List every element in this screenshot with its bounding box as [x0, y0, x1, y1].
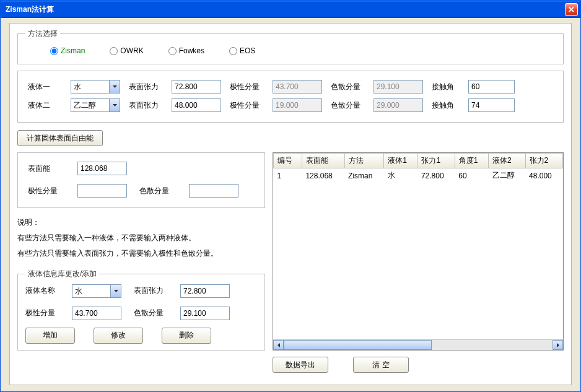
scroll-track[interactable]	[284, 340, 553, 350]
scroll-right-icon[interactable]	[553, 340, 563, 350]
radio-owrk[interactable]: OWRK	[110, 46, 143, 55]
results-table: 编号 表面能 方法 液体1 张力1 角度1 液体2 张力2	[273, 153, 563, 183]
content-area: 方法选择 Zisman OWRK Fowkes EOS	[9, 23, 572, 385]
calculate-button[interactable]: 计算固体表面自由能	[17, 130, 103, 146]
th-liq1[interactable]: 液体1	[384, 154, 417, 168]
lib-name-label: 液体名称	[25, 285, 59, 296]
svg-marker-0	[113, 85, 117, 88]
result-polar-label: 极性分量	[28, 186, 65, 196]
lib-polar-label: 极性分量	[25, 308, 59, 318]
polar2-label: 极性分量	[230, 100, 264, 111]
lib-name-combo[interactable]: 水	[72, 284, 121, 298]
lib-tension-label: 表面张力	[134, 285, 168, 296]
explain-line1: 有些方法只需要输入一种液体，不需要输入两种液体。	[17, 232, 265, 244]
disp1-label: 色散分量	[331, 82, 365, 92]
add-button[interactable]: 增加	[25, 328, 75, 344]
liquid1-combo[interactable]: 水	[71, 80, 120, 94]
scroll-left-icon[interactable]	[273, 340, 284, 350]
results-table-container[interactable]: 编号 表面能 方法 液体1 张力1 角度1 液体2 张力2	[273, 152, 564, 351]
method-legend: 方法选择	[25, 28, 60, 39]
chevron-down-icon[interactable]	[110, 285, 121, 297]
scroll-thumb[interactable]	[284, 340, 432, 350]
th-id[interactable]: 编号	[274, 154, 302, 168]
th-t1[interactable]: 张力1	[417, 154, 455, 168]
horizontal-scrollbar[interactable]	[273, 339, 563, 350]
lib-disp-label: 色散分量	[134, 308, 168, 318]
disp2-label: 色散分量	[331, 100, 365, 111]
radio-zisman[interactable]: Zisman	[50, 46, 85, 55]
method-fieldset: 方法选择 Zisman OWRK Fowkes EOS	[17, 28, 564, 64]
energy-label: 表面能	[28, 163, 65, 174]
clear-button[interactable]: 清 空	[353, 357, 409, 373]
polar1-input	[273, 80, 322, 94]
disp2-input	[374, 98, 423, 112]
app-window: Zisman法计算 ✕ 方法选择 Zisman OWRK Fowkes	[0, 0, 581, 392]
polar2-input	[273, 98, 322, 112]
radio-eos-input[interactable]	[229, 47, 237, 55]
th-method[interactable]: 方法	[344, 154, 384, 168]
close-button[interactable]: ✕	[565, 3, 578, 16]
results-fieldset: 表面能 极性分量 色散分量	[17, 152, 265, 208]
titlebar[interactable]: Zisman法计算 ✕	[1, 1, 580, 18]
table-row[interactable]: 1 128.068 Zisman 水 72.800 60 乙二醇 48.000	[274, 168, 563, 183]
explain-title: 说明：	[17, 217, 265, 229]
explanation: 说明： 有些方法只需要输入一种液体，不需要输入两种液体。 有些方法只需要输入表面…	[17, 217, 265, 260]
polar1-label: 极性分量	[230, 82, 264, 92]
chevron-down-icon[interactable]	[109, 81, 120, 93]
svg-marker-3	[277, 343, 280, 347]
radio-fowkes[interactable]: Fowkes	[168, 46, 204, 55]
liquid1-label: 液体一	[28, 82, 62, 92]
energy-output[interactable]	[77, 162, 127, 175]
result-polar-output[interactable]	[77, 184, 127, 198]
lib-polar-input[interactable]	[72, 307, 121, 320]
svg-marker-4	[557, 343, 559, 347]
liquid-input-fieldset: 液体一 水 表面张力 极性分量 色散分量 接触角 液体二 乙二醇 表面张力	[17, 71, 564, 123]
result-disp-label: 色散分量	[139, 186, 177, 196]
th-t2[interactable]: 张力2	[525, 154, 562, 168]
th-energy[interactable]: 表面能	[302, 154, 344, 168]
chevron-down-icon[interactable]	[109, 99, 120, 111]
tension1-input[interactable]	[172, 80, 221, 94]
tension2-input[interactable]	[172, 98, 221, 112]
lib-tension-input[interactable]	[180, 284, 230, 298]
explain-line2: 有些方法只需要输入表面张力，不需要输入极性和色散分量。	[17, 248, 265, 259]
angle2-label: 接触角	[432, 100, 460, 111]
tension1-label: 表面张力	[129, 82, 163, 92]
lib-disp-input[interactable]	[180, 307, 230, 320]
result-disp-output[interactable]	[189, 184, 238, 198]
window-title: Zisman法计算	[6, 4, 565, 15]
tension2-label: 表面张力	[129, 100, 163, 111]
radio-owrk-input[interactable]	[110, 47, 118, 55]
svg-marker-1	[113, 104, 117, 107]
close-icon: ✕	[568, 5, 575, 14]
radio-fowkes-input[interactable]	[168, 47, 177, 55]
svg-marker-2	[114, 290, 118, 292]
library-legend: 液体信息库更改/添加	[25, 269, 99, 279]
library-fieldset: 液体信息库更改/添加 液体名称 水 表面张力 极性分量 色散分量	[17, 269, 265, 351]
export-button[interactable]: 数据导出	[273, 357, 328, 373]
angle1-label: 接触角	[432, 82, 460, 92]
liquid2-label: 液体二	[28, 100, 62, 111]
angle1-input[interactable]	[468, 80, 515, 94]
radio-zisman-input[interactable]	[50, 47, 58, 55]
liquid2-combo[interactable]: 乙二醇	[71, 98, 120, 112]
disp1-input	[374, 80, 423, 94]
delete-button[interactable]: 删除	[162, 328, 211, 344]
table-header-row: 编号 表面能 方法 液体1 张力1 角度1 液体2 张力2	[274, 154, 563, 168]
th-liq2[interactable]: 液体2	[489, 154, 526, 168]
angle2-input[interactable]	[468, 98, 515, 112]
th-a1[interactable]: 角度1	[455, 154, 488, 168]
radio-eos[interactable]: EOS	[229, 46, 255, 55]
modify-button[interactable]: 修改	[94, 328, 143, 344]
